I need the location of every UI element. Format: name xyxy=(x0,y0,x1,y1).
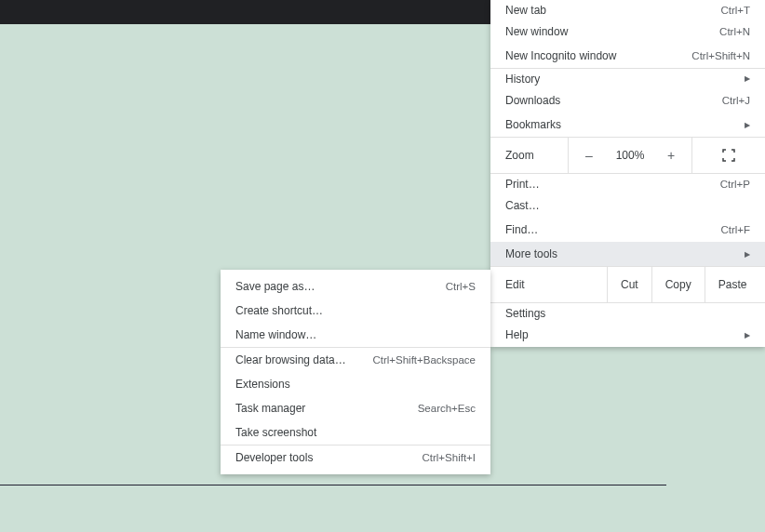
submenu-arrow-icon: ▶ xyxy=(745,250,750,259)
menu-label: New window xyxy=(505,25,568,38)
menu-shortcut: Ctrl+J xyxy=(722,95,750,106)
menu-more-tools[interactable]: More tools ▶ xyxy=(490,242,765,266)
zoom-label: Zoom xyxy=(490,138,569,173)
submenu-name-window[interactable]: Name window… xyxy=(221,323,490,347)
submenu-label: Create shortcut… xyxy=(235,304,323,317)
menu-shortcut: Ctrl+N xyxy=(719,26,750,37)
submenu-arrow-icon: ▶ xyxy=(745,331,750,339)
menu-label: Cast… xyxy=(505,199,540,212)
edit-copy-button[interactable]: Copy xyxy=(651,267,705,302)
menu-shortcut: Ctrl+Shift+N xyxy=(691,50,750,61)
menu-label: New Incognito window xyxy=(505,49,616,62)
submenu-clear-browsing[interactable]: Clear browsing data… Ctrl+Shift+Backspac… xyxy=(221,348,490,372)
menu-shortcut: Ctrl+F xyxy=(720,224,750,235)
menu-downloads[interactable]: Downloads Ctrl+J xyxy=(490,88,765,113)
menu-label: Find… xyxy=(505,223,538,236)
submenu-label: Developer tools xyxy=(235,451,313,464)
menu-cast[interactable]: Cast… xyxy=(490,193,765,218)
menu-new-tab[interactable]: New tab Ctrl+T xyxy=(490,0,765,20)
menu-print[interactable]: Print… Ctrl+P xyxy=(490,174,765,193)
submenu-shortcut: Ctrl+Shift+I xyxy=(422,452,476,463)
submenu-arrow-icon: ▶ xyxy=(745,74,750,83)
menu-label: Bookmarks xyxy=(505,118,561,131)
zoom-percent: 100% xyxy=(610,149,651,162)
menu-find[interactable]: Find… Ctrl+F xyxy=(490,218,765,242)
submenu-create-shortcut[interactable]: Create shortcut… xyxy=(221,299,490,323)
menu-history[interactable]: History ▶ xyxy=(490,69,765,88)
menu-edit-row: Edit Cut Copy Paste xyxy=(490,266,765,303)
chrome-main-menu: New tab Ctrl+T New window Ctrl+N New Inc… xyxy=(490,0,765,347)
submenu-shortcut: Search+Esc xyxy=(418,403,476,414)
submenu-label: Name window… xyxy=(235,328,316,341)
zoom-in-button[interactable]: + xyxy=(651,138,691,173)
menu-shortcut: Ctrl+P xyxy=(720,179,750,190)
zoom-out-button[interactable]: – xyxy=(569,138,610,173)
edit-label: Edit xyxy=(490,267,607,302)
submenu-shortcut: Ctrl+Shift+Backspace xyxy=(372,354,476,366)
submenu-task-manager[interactable]: Task manager Search+Esc xyxy=(221,396,490,420)
menu-label: Settings xyxy=(505,307,545,320)
fullscreen-icon xyxy=(722,149,735,162)
submenu-label: Clear browsing data… xyxy=(235,353,346,366)
submenu-shortcut: Ctrl+S xyxy=(446,281,476,292)
menu-label: History xyxy=(505,73,540,86)
edit-cut-button[interactable]: Cut xyxy=(607,267,651,302)
menu-shortcut: Ctrl+T xyxy=(720,5,750,16)
page-underline xyxy=(0,485,666,485)
submenu-label: Extensions xyxy=(235,378,290,391)
submenu-developer-tools[interactable]: Developer tools Ctrl+Shift+I xyxy=(221,446,490,470)
fullscreen-button[interactable] xyxy=(692,138,765,173)
menu-help[interactable]: Help ▶ xyxy=(490,323,765,347)
menu-settings[interactable]: Settings xyxy=(490,303,765,323)
submenu-arrow-icon: ▶ xyxy=(745,121,750,129)
edit-paste-button[interactable]: Paste xyxy=(705,267,760,302)
submenu-take-screenshot[interactable]: Take screenshot xyxy=(221,420,490,445)
menu-bookmarks[interactable]: Bookmarks ▶ xyxy=(490,113,765,137)
submenu-label: Save page as… xyxy=(235,280,315,293)
menu-label: Help xyxy=(505,328,529,341)
submenu-extensions[interactable]: Extensions xyxy=(221,372,490,396)
menu-label: New tab xyxy=(505,4,546,17)
menu-new-incognito[interactable]: New Incognito window Ctrl+Shift+N xyxy=(490,44,765,68)
submenu-label: Take screenshot xyxy=(235,426,316,439)
more-tools-submenu: Save page as… Ctrl+S Create shortcut… Na… xyxy=(221,270,490,474)
menu-label: Downloads xyxy=(505,94,560,107)
submenu-save-page[interactable]: Save page as… Ctrl+S xyxy=(221,274,490,299)
menu-label: Print… xyxy=(505,178,540,191)
menu-new-window[interactable]: New window Ctrl+N xyxy=(490,20,765,44)
menu-label: More tools xyxy=(505,247,557,260)
submenu-label: Task manager xyxy=(235,402,305,415)
menu-zoom-row: Zoom – 100% + xyxy=(490,137,765,174)
